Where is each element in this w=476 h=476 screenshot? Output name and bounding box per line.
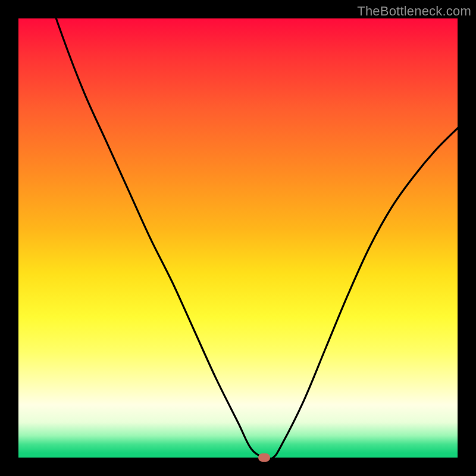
chart-frame: TheBottleneck.com [0,0,476,476]
plot-area [18,18,458,458]
watermark-text: TheBottleneck.com [357,4,471,19]
optimal-point-marker [258,453,270,462]
bottleneck-curve [18,18,458,458]
